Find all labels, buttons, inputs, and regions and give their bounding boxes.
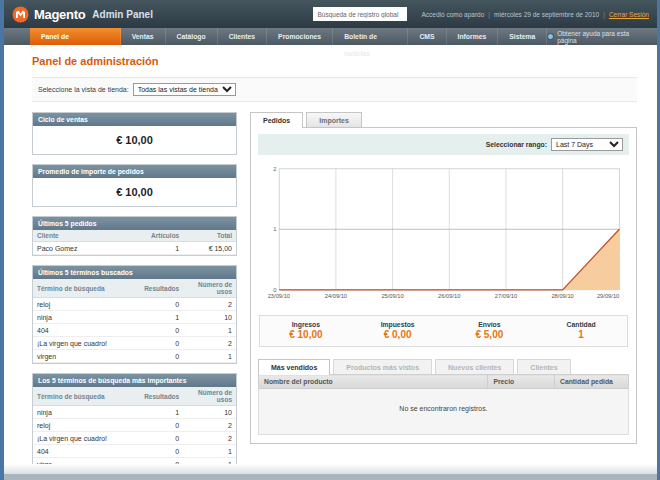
dashboard-right-column: PedidosImportes Seleccionar rango: Last … [250, 112, 637, 480]
range-selector-bar: Seleccionar rango: Last 7 Days [258, 134, 629, 155]
logged-in-as: Accedió como apardo [421, 11, 484, 18]
table-row: ninja110 [33, 406, 236, 419]
last-search-terms-box: Últimos 5 términos buscados Término de b… [32, 265, 237, 364]
svg-text:28/09/10: 28/09/10 [551, 293, 573, 299]
svg-text:26/09/10: 26/09/10 [438, 293, 460, 299]
table-row: Paco Gomez1€ 15,00 [33, 242, 236, 255]
login-info: Accedió como apardo | miércoles 29 de se… [421, 11, 649, 18]
nav-item[interactable]: Promociones [267, 28, 333, 45]
svg-text:25/09/10: 25/09/10 [381, 293, 403, 299]
lifetime-sales-title: Ciclo de ventas [33, 113, 236, 126]
top-search-terms-table: Término de búsquedaResultadosNúmero de u… [33, 387, 236, 471]
dashboard-left-column: Ciclo de ventas € 10,00 Promedio de impo… [32, 112, 237, 480]
last-orders-box: Últimos 5 pedidos ClienteArtículosTotal … [32, 216, 237, 256]
magento-logo: Magento Admin Panel [12, 6, 153, 23]
table-row: reloj02 [33, 298, 236, 311]
svg-text:24/09/10: 24/09/10 [325, 293, 347, 299]
last-search-terms-title: Últimos 5 términos buscados [33, 266, 236, 279]
orders-panel: Seleccionar rango: Last 7 Days 01223/09/… [250, 127, 637, 444]
logout-link[interactable]: Cerrar Sesión [609, 11, 649, 18]
average-orders-title: Promedio de importe de pedidos [33, 165, 236, 178]
nav-item[interactable]: Ventas [121, 28, 166, 45]
column-header: Artículos [135, 230, 184, 242]
bottom-tabs: Más vendidosProductos más vistosNuevos c… [258, 359, 629, 374]
store-view-select[interactable]: Todas las vistas de tienda [133, 83, 236, 96]
table-row: reloj02 [33, 419, 236, 432]
magento-admin-window: Magento Admin Panel Accedió como apardo … [0, 0, 660, 480]
lifetime-sales-box: Ciclo de ventas € 10,00 [32, 112, 237, 155]
store-switcher-label: Seleccione la vista de tienda: [38, 86, 129, 93]
tab[interactable]: Importes [306, 112, 362, 127]
column-header: Número de usos [183, 279, 236, 298]
table-row: ¡La virgen que cuadro!02 [33, 337, 236, 350]
range-select[interactable]: Last 7 Days [551, 138, 623, 151]
page-title: Panel de administración [32, 55, 637, 67]
svg-text:29/09/10: 29/09/10 [597, 293, 619, 299]
last-orders-title: Últimos 5 pedidos [33, 217, 236, 230]
stat-label: Impuestos [352, 321, 444, 328]
stat-value: € 5,00 [444, 329, 536, 340]
nav-item[interactable]: Catálogo [166, 28, 218, 45]
logo-text: Magento [34, 7, 85, 22]
table-row: 40401 [33, 324, 236, 337]
tab[interactable]: Productos más vistos [333, 359, 432, 374]
tab[interactable]: Más vendidos [258, 359, 330, 375]
stat-value: € 0,00 [352, 329, 444, 340]
last-search-terms-table: Término de búsquedaResultadosNúmero de u… [33, 279, 236, 363]
stat-cantidad: Cantidad1 [535, 321, 627, 340]
stat-envíos: Envíos€ 5,00 [444, 321, 536, 340]
top-search-terms-title: Los 5 términos de búsqueda más important… [33, 374, 236, 387]
svg-text:23/09/10: 23/09/10 [268, 293, 290, 299]
stat-ingresos: Ingresos€ 10,00 [260, 321, 352, 340]
top-search-terms-box: Los 5 términos de búsqueda más important… [32, 373, 237, 472]
page-help-link[interactable]: Obtener ayuda para esta página [547, 28, 657, 45]
nav-item[interactable]: Boletín de noticias [333, 28, 408, 45]
svg-text:1: 1 [273, 226, 276, 232]
column-header: Nombre del producto [259, 375, 488, 389]
table-row: ninja110 [33, 311, 236, 324]
tab[interactable]: Pedidos [250, 112, 303, 128]
nav-item[interactable]: CMS [408, 28, 446, 45]
column-header: Total [183, 230, 236, 242]
svg-text:27/09/10: 27/09/10 [495, 293, 517, 299]
lifetime-sales-value: € 10,00 [33, 126, 236, 154]
column-header: Número de usos [183, 387, 236, 406]
average-orders-box: Promedio de importe de pedidos € 10,00 [32, 164, 237, 207]
column-header: Resultados [135, 387, 184, 406]
nav-item[interactable]: Clientes [218, 28, 267, 45]
column-header: Cliente [33, 230, 135, 242]
products-table: Nombre del productoPrecioCantidad pedida [258, 374, 629, 389]
nav-items: Panel de administraciónVentasCatálogoCli… [30, 28, 547, 45]
help-label: Obtener ayuda para esta página [557, 30, 647, 44]
tab[interactable]: Nuevos clientes [435, 359, 514, 374]
svg-text:0: 0 [273, 287, 276, 293]
table-row: ¡La virgen que cuadro!02 [33, 432, 236, 445]
column-header: Término de búsqueda [33, 387, 135, 406]
last-orders-table: ClienteArtículosTotal Paco Gomez1€ 15,00 [33, 230, 236, 255]
stat-label: Ingresos [260, 321, 352, 328]
help-icon [547, 33, 554, 40]
nav-item[interactable]: Panel de administración [30, 28, 121, 45]
logo-subtitle: Admin Panel [92, 9, 153, 20]
global-search-input[interactable] [313, 7, 407, 21]
stat-impuestos: Impuestos€ 0,00 [352, 321, 444, 340]
range-label: Seleccionar rango: [486, 141, 547, 148]
tab[interactable]: Clientes [517, 359, 570, 374]
current-date: miércoles 29 de septiembre de 2010 [494, 11, 599, 18]
column-header: Resultados [135, 279, 184, 298]
footer-bar [4, 474, 657, 480]
column-header: Precio [488, 375, 555, 389]
average-orders-value: € 10,00 [33, 178, 236, 206]
table-row: 40401 [33, 445, 236, 458]
content-area: Panel de administración Seleccione la vi… [4, 45, 657, 480]
footer [4, 464, 657, 480]
nav-item[interactable]: Informes [447, 28, 499, 45]
store-view-switcher: Seleccione la vista de tienda: Todas las… [32, 77, 637, 102]
orders-area-chart: 01223/09/1024/09/1025/09/1026/09/1027/09… [260, 163, 627, 309]
top-bar: Magento Admin Panel Accedió como apardo … [4, 0, 657, 28]
nav-item[interactable]: Sistema [498, 28, 547, 45]
column-header: Término de búsqueda [33, 279, 135, 298]
orders-chart: 01223/09/1024/09/1025/09/1026/09/1027/09… [258, 155, 629, 311]
main-tabs: PedidosImportes [250, 112, 637, 127]
empty-records-message: No se encontraron registros. [258, 389, 629, 435]
